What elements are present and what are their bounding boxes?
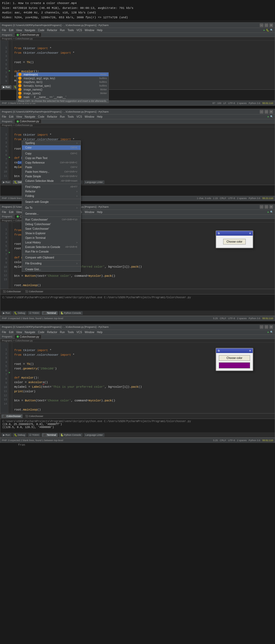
ctx-create-gist[interactable]: Create Gist...: [22, 267, 81, 272]
run-tab-extra-2[interactable]: Language Linter: [84, 180, 104, 184]
menu-help-3[interactable]: Help: [97, 211, 103, 214]
minimize-button-4[interactable]: ─: [260, 325, 263, 329]
ctx-show-explorer[interactable]: Show in Explorer: [22, 231, 81, 236]
menu-file-2[interactable]: File: [2, 115, 6, 118]
autocomplete-item-7[interactable]: main if __name__ == '__main__': [17, 95, 108, 99]
menu-refactor-2[interactable]: Refactor: [47, 115, 57, 118]
menu-edit-4[interactable]: Edit: [9, 331, 13, 334]
ctx-refactor[interactable]: Refactor›: [22, 189, 81, 194]
menu-file-4[interactable]: File: [2, 331, 6, 334]
close-button-4[interactable]: ✕: [269, 325, 273, 329]
menu-run-2[interactable]: Run: [60, 115, 65, 118]
run-tab-run-3[interactable]: ▶ Run: [1, 311, 12, 315]
menu-code-1[interactable]: Code: [38, 29, 44, 32]
close-button-3[interactable]: ✕: [269, 205, 273, 209]
menu-view-2[interactable]: View: [16, 115, 22, 118]
ctx-save[interactable]: Save 'Colorchooser': [22, 226, 81, 231]
autocomplete-item-2[interactable]: max(arg1, arg2, args, key) builtins: [17, 76, 108, 80]
menu-view-3[interactable]: View: [16, 211, 22, 214]
ctx-paste-simple[interactable]: Paste SimpleCtrl+Alt+Shift+V: [22, 174, 81, 179]
autocomplete-item-3[interactable]: map(func, iter1) builtins: [17, 80, 108, 84]
colorchooser2-tab-4[interactable]: ⬛ Colorchooser: [24, 414, 45, 418]
ctx-goto[interactable]: Go To›: [22, 206, 81, 210]
colorchooser-tab-4[interactable]: ⬛ Colorchooser: [1, 414, 23, 418]
run-tab-run-2[interactable]: ▶ Run: [1, 180, 12, 184]
run-tab-todo-3[interactable]: ☑ TODO: [28, 311, 41, 315]
menu-run-4[interactable]: Run: [60, 331, 65, 334]
ctx-search-google[interactable]: Search with Google: [22, 200, 81, 204]
ctx-folding[interactable]: Folding›: [22, 194, 81, 198]
minimize-button-2[interactable]: ─: [260, 110, 263, 114]
gutter-run-icon-4[interactable]: ▶: [9, 371, 11, 375]
file-tab-colorchooser-2[interactable]: Colorchooser.py: [15, 119, 42, 123]
choose-color-button-3[interactable]: Choose color: [223, 239, 246, 244]
menu-help-2[interactable]: Help: [97, 115, 103, 118]
run-tab-python-3[interactable]: 🐍 Python Console: [59, 311, 83, 315]
menu-file-3[interactable]: File: [2, 211, 6, 214]
menu-refactor-1[interactable]: Refactor: [47, 29, 57, 32]
ctx-col-select[interactable]: Column Selection ModeAlt+Shift+Insert: [22, 179, 81, 183]
maximize-button-1[interactable]: □: [265, 23, 268, 27]
dialog-close-3[interactable]: ✕: [249, 232, 251, 235]
menu-tools-1[interactable]: Tools: [67, 29, 74, 32]
menu-help-1[interactable]: Help: [97, 29, 103, 32]
menu-code-4[interactable]: Code: [38, 331, 44, 334]
autocomplete-item-4[interactable]: format(o, format_spec) builtins: [17, 84, 108, 88]
debug-icon-1[interactable]: 🐛: [266, 29, 269, 32]
ctx-paste[interactable]: PasteCtrl+V: [22, 165, 81, 170]
gutter-run-icon-1[interactable]: ▶: [9, 69, 11, 73]
run-tab-python-4[interactable]: 🐍 Python Console: [59, 433, 83, 437]
run-icon-1[interactable]: ▶: [264, 29, 265, 32]
ctx-find-usages[interactable]: Find UsagesAlt+F7: [22, 185, 81, 189]
ctx-copy-ref[interactable]: Copy ReferenceCtrl+Alt+Shift+C: [22, 160, 81, 165]
menu-file-1[interactable]: File: [2, 29, 6, 32]
minimize-button-1[interactable]: ─: [260, 23, 263, 27]
menu-edit-1[interactable]: Edit: [9, 29, 13, 32]
close-button-1[interactable]: ✕: [269, 23, 273, 27]
run-icon-2[interactable]: ▶: [268, 115, 269, 118]
ctx-generate[interactable]: Generate...: [22, 211, 81, 216]
menu-code-2[interactable]: Code: [38, 115, 44, 118]
menu-tools-4[interactable]: Tools: [67, 331, 74, 334]
ctx-execute-console[interactable]: Execute Selection in ConsoleAlt+Shift+E: [22, 245, 81, 249]
search-icon-2[interactable]: 🔍: [270, 115, 273, 118]
ctx-copy[interactable]: CopyCtrl+C: [22, 151, 81, 156]
search-icon-1[interactable]: 🔍: [270, 29, 273, 32]
close-button-2[interactable]: ✕: [269, 110, 273, 114]
menu-view-4[interactable]: View: [16, 331, 22, 334]
maximize-button-3[interactable]: □: [265, 205, 268, 209]
menu-edit-3[interactable]: Edit: [9, 211, 13, 214]
menu-navigate-4[interactable]: Navigate: [25, 331, 35, 334]
menu-edit-2[interactable]: Edit: [9, 115, 13, 118]
file-tab-colorchooser-1[interactable]: Colorchooser.py: [15, 33, 42, 37]
ctx-copy-plain[interactable]: Copy as Plain Text: [22, 156, 81, 160]
gutter-run-icon-2[interactable]: ▶: [9, 156, 11, 160]
ctx-open-terminal[interactable]: Open in Terminal: [22, 236, 81, 240]
search-icon-3[interactable]: 🔍: [270, 211, 273, 214]
ctx-local-history[interactable]: Local History›: [22, 240, 81, 245]
menu-navigate-2[interactable]: Navigate: [25, 115, 35, 118]
maximize-button-4[interactable]: □: [265, 325, 268, 329]
dialog-close-4[interactable]: ✕: [249, 349, 251, 352]
gutter-run-icon-3[interactable]: ▶: [9, 251, 11, 255]
menu-window-2[interactable]: Window: [85, 115, 94, 118]
ctx-debug[interactable]: Debug 'Colorchooser': [22, 222, 81, 226]
menu-navigate-1[interactable]: Navigate: [25, 29, 35, 32]
ctx-spelling[interactable]: Spelling›: [22, 141, 81, 145]
maximize-button-2[interactable]: □: [265, 110, 268, 114]
menu-view-1[interactable]: View: [16, 29, 22, 32]
run-icon-3[interactable]: ▶: [268, 211, 269, 214]
run-tab-todo-4[interactable]: ☑ TODO: [28, 433, 41, 437]
minimize-button-3[interactable]: ─: [260, 205, 263, 209]
autocomplete-item-1[interactable]: mainloop(n) tkinter: [17, 73, 108, 76]
ctx-run[interactable]: Run 'Colorchooser'Ctrl+Shift+F10: [22, 217, 81, 222]
menu-window-1[interactable]: Window: [85, 29, 94, 32]
menu-vcs-4[interactable]: VCS: [77, 331, 82, 334]
run-tab-terminal-3[interactable]: ⬛ Terminal: [42, 311, 57, 315]
menu-run-1[interactable]: Run: [60, 29, 65, 32]
colorchooser2-tab-3[interactable]: ⬛ Colorchooser: [24, 290, 45, 293]
search-icon-4[interactable]: 🔍: [270, 331, 273, 334]
run-tab-terminal-4[interactable]: ⬛ Terminal: [42, 433, 57, 437]
ctx-run-file[interactable]: Run File in Console: [22, 249, 81, 254]
ctx-compare-clipboard[interactable]: Compare with Clipboard: [22, 255, 81, 260]
